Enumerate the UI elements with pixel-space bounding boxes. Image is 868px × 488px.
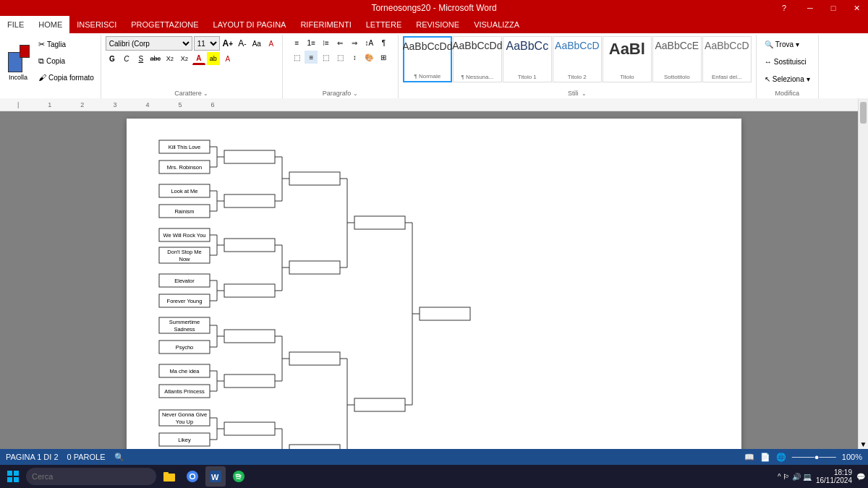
app-title: Torneosongs20 - Microsoft Word	[371, 3, 496, 13]
font-shrink-button[interactable]: A-	[236, 37, 249, 50]
text-color-button[interactable]: A	[221, 52, 234, 65]
word-button[interactable]: W	[205, 466, 226, 487]
view-mode-read[interactable]: 📖	[744, 453, 754, 462]
style-normale[interactable]: AaBbCcDd ¶ Normale	[403, 36, 452, 82]
clear-format-button[interactable]: A	[265, 37, 278, 50]
ribbon-content: Incolla ✂ Taglia ⧉ Copia 🖌 Copia formato…	[0, 33, 868, 101]
svg-rect-109	[420, 307, 470, 320]
underline-button[interactable]: S	[135, 52, 148, 65]
svg-rect-41	[224, 284, 275, 297]
svg-rect-17	[224, 194, 275, 207]
scroll-thumb[interactable]	[860, 102, 867, 124]
style-enfasi[interactable]: AaBbCcD Enfasi del...	[702, 36, 752, 82]
paste-button[interactable]: Incolla	[3, 36, 33, 87]
style-titolo[interactable]: AaBl Titolo	[603, 36, 652, 82]
copia-button[interactable]: ⧉ Copia	[35, 53, 98, 69]
subscript-button[interactable]: X2	[163, 52, 176, 65]
line-spacing-button[interactable]: ↕	[348, 51, 361, 64]
italic-button[interactable]: C	[120, 52, 133, 65]
ruler: | 1 2 3 4 5 6	[0, 98, 858, 111]
align-right-button[interactable]: ⬚	[319, 51, 332, 64]
font-grow-button[interactable]: A+	[221, 37, 234, 50]
align-left-button[interactable]: ⬚	[290, 51, 303, 64]
scissors-icon: ✂	[38, 40, 45, 49]
minimize-button[interactable]: ─	[799, 0, 822, 16]
style-titolo2[interactable]: AaBbCcD Titolo 2	[553, 36, 602, 82]
multilevel-list-button[interactable]: ⁝≡	[319, 36, 332, 49]
trova-button[interactable]: 🔍 Trova ▾	[761, 36, 814, 52]
restore-button[interactable]: □	[822, 0, 845, 16]
windows-icon	[7, 471, 19, 482]
decrease-indent-button[interactable]: ⇐	[333, 36, 346, 49]
font-color-button[interactable]: A	[192, 52, 205, 65]
svg-text:W: W	[211, 473, 219, 481]
strikethrough-button[interactable]: abc	[149, 52, 162, 65]
font-size-select[interactable]: 11	[194, 36, 220, 51]
align-center-button[interactable]: ≡	[305, 51, 318, 64]
scroll-down-button[interactable]: ▼	[859, 439, 868, 449]
svg-rect-75	[289, 352, 340, 365]
tab-lettere[interactable]: LETTERE	[359, 16, 409, 33]
document-area[interactable]: Kill This Love Mrs. Robinson Look at Me …	[0, 111, 868, 449]
tab-inserisci[interactable]: INSERISCI	[69, 16, 124, 33]
chrome-button[interactable]	[182, 466, 203, 487]
font-name-select[interactable]: Calibri (Corp	[106, 36, 192, 51]
case-button[interactable]: Aa	[250, 37, 263, 50]
spotify-icon	[233, 471, 244, 482]
scrollbar[interactable]: ▼	[858, 98, 868, 449]
tab-layout[interactable]: LAYOUT DI PAGINA	[206, 16, 294, 33]
svg-text:You Up: You Up	[176, 419, 193, 425]
tab-visualizza[interactable]: VISUALIZZA	[467, 16, 527, 33]
justify-button[interactable]: ⬚	[333, 51, 346, 64]
start-button[interactable]	[3, 466, 23, 487]
style-sottotitolo[interactable]: AaBbCcE Sottotitolo	[652, 36, 702, 82]
borders-button[interactable]: ⊞	[377, 51, 390, 64]
taskbar-right: ^ 🏳 🔊 💻 18:19 16/11/2024 💬	[778, 468, 865, 484]
increase-indent-button[interactable]: ⇒	[348, 36, 361, 49]
view-mode-web[interactable]: 🌐	[776, 453, 786, 462]
seleziona-label: Seleziona	[773, 75, 804, 83]
seleziona-button[interactable]: ↖ Seleziona ▾	[761, 71, 814, 87]
seleziona-dropdown-icon[interactable]: ▾	[807, 75, 810, 83]
svg-rect-51	[354, 216, 405, 229]
bold-button[interactable]: G	[106, 52, 119, 65]
help-button[interactable]: ?	[773, 0, 796, 16]
shading-button[interactable]: 🎨	[362, 51, 375, 64]
svg-point-118	[191, 475, 195, 479]
copia-formato-label: Copia formato	[48, 74, 94, 82]
file-explorer-button[interactable]	[159, 466, 179, 487]
zoom-slider[interactable]: ────●───	[792, 453, 836, 461]
spotify-button[interactable]	[229, 466, 249, 487]
tab-revisione[interactable]: REVISIONE	[409, 16, 467, 33]
taglia-button[interactable]: ✂ Taglia	[35, 36, 98, 52]
view-mode-print[interactable]: 📄	[760, 453, 770, 462]
bracket: Kill This Love Mrs. Robinson Look at Me …	[159, 133, 709, 449]
tab-home[interactable]: HOME	[31, 16, 69, 33]
chrome-icon	[187, 471, 198, 482]
numbered-list-button[interactable]: 1≡	[305, 36, 318, 49]
show-hide-button[interactable]: ¶	[377, 36, 390, 49]
sostituisci-button[interactable]: ↔ Sostituisci	[761, 53, 814, 69]
modifica-controls: 🔍 Trova ▾ ↔ Sostituisci ↖ Seleziona ▾	[761, 36, 814, 87]
trova-dropdown-icon[interactable]: ▾	[796, 40, 799, 48]
highlight-button[interactable]: ab	[207, 52, 220, 65]
svg-rect-85	[224, 422, 275, 435]
close-button[interactable]: ✕	[845, 0, 868, 16]
style-nessuna[interactable]: AaBbCcDd ¶ Nessuna...	[453, 36, 502, 82]
svg-rect-111	[14, 471, 19, 476]
taskbar-search[interactable]	[26, 468, 156, 485]
style-titolo1[interactable]: AaBbCc Titolo 1	[503, 36, 552, 82]
stili-label: Stili ⌄	[568, 90, 587, 97]
svg-rect-61	[224, 330, 275, 343]
tab-file[interactable]: FILE	[0, 16, 31, 33]
tab-riferimenti[interactable]: RIFERIMENTI	[293, 16, 358, 33]
bullet-list-button[interactable]: ≡	[290, 36, 303, 49]
styles-expand-icon[interactable]: ⌄	[582, 90, 587, 97]
font-name-row: Calibri (Corp 11 A+ A- Aa A	[106, 36, 278, 51]
tab-progettazione[interactable]: PROGETTAZIONE	[124, 16, 205, 33]
copia-formato-button[interactable]: 🖌 Copia formato	[35, 69, 98, 85]
superscript-button[interactable]: X2	[178, 52, 191, 65]
paste-label: Incolla	[9, 74, 27, 81]
notification-icon[interactable]: 💬	[856, 473, 865, 481]
sort-button[interactable]: ↕A	[362, 36, 375, 49]
